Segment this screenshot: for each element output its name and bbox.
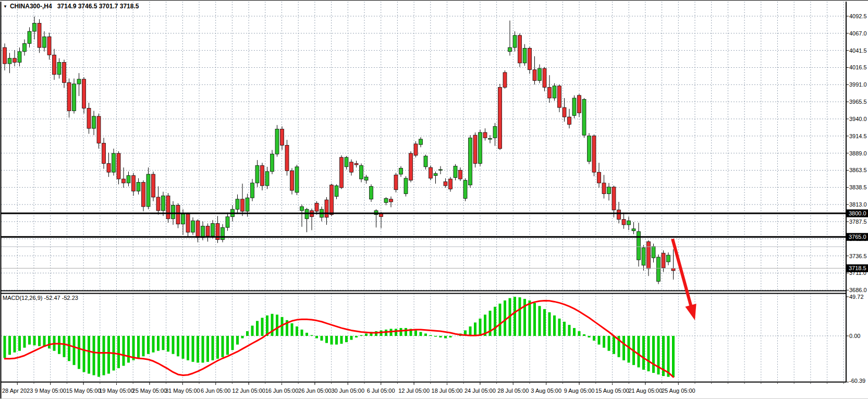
candle-bull xyxy=(463,180,467,199)
ohlc-values: 3714.9 3746.5 3701.7 3718.5 xyxy=(57,3,139,10)
candle-bull xyxy=(667,255,670,262)
candle-bull xyxy=(8,58,11,64)
candle-bull xyxy=(255,165,259,183)
candle-bull xyxy=(642,248,645,265)
candle-bear xyxy=(444,182,447,186)
candle-bear xyxy=(558,86,561,107)
candle-bull xyxy=(523,48,527,63)
time-axis-label: 16 Jun 05:00 xyxy=(265,388,299,394)
candle-bull xyxy=(607,187,611,194)
candle-bear xyxy=(394,175,398,189)
candle-bear xyxy=(196,221,200,237)
candle-bear xyxy=(647,241,651,269)
candle-bear xyxy=(47,37,51,55)
candle-bull xyxy=(146,174,150,207)
candle-bull xyxy=(275,129,279,154)
candle-bull xyxy=(271,154,274,172)
price-badge-label: 3800.0 xyxy=(849,210,866,216)
candle-bull xyxy=(335,186,338,197)
candle-bull xyxy=(419,139,423,144)
candle-bull xyxy=(360,165,363,179)
candle-bull xyxy=(572,98,576,116)
time-axis-label: 31 May 05:00 xyxy=(165,388,200,394)
candle-bull xyxy=(370,186,373,199)
candle-bear xyxy=(340,158,344,188)
candle-bull xyxy=(162,196,165,210)
price-tick-label: 3889.0 xyxy=(849,150,867,156)
chart-background xyxy=(0,1,868,399)
candle-bear xyxy=(662,253,665,268)
candle-bull xyxy=(582,100,586,135)
candle-bear xyxy=(97,116,101,143)
candle-bear xyxy=(122,179,126,183)
candle-bull xyxy=(627,221,631,225)
candle-bear xyxy=(3,47,7,64)
candle-bull xyxy=(632,229,635,231)
candle-bear xyxy=(186,214,190,232)
candle-bear xyxy=(107,163,111,172)
time-axis-label: 24 Jul 05:00 xyxy=(464,388,496,394)
candle-bear xyxy=(498,87,502,149)
candle-bull xyxy=(637,232,641,260)
time-axis-label: 21 Aug 05:00 xyxy=(628,388,662,394)
price-tick-label: 3736.5 xyxy=(849,253,867,259)
price-badge-label: 3765.0 xyxy=(849,234,866,240)
time-axis-label: 12 Jun 05:00 xyxy=(232,388,265,394)
price-tick-label: 4016.5 xyxy=(849,64,867,70)
chart-canvas[interactable]: 4092.54067.04041.54016.53991.03965.53940… xyxy=(0,1,868,399)
candle-bull xyxy=(300,207,304,211)
time-axis-label: 12 Jul 05:00 xyxy=(398,388,430,394)
candle-bear xyxy=(518,35,522,63)
candle-bull xyxy=(221,227,225,239)
candle-bear xyxy=(533,70,536,81)
candle-bear xyxy=(449,179,453,189)
time-axis-label: 9 May 05:00 xyxy=(34,388,66,394)
macd-indicator-label: MACD(12,26,9) -52.47 -52.23 xyxy=(3,295,78,301)
candle-bull xyxy=(251,183,254,198)
candle-bull xyxy=(657,257,661,282)
time-axis-label: 6 Jul 05:00 xyxy=(367,388,395,394)
price-tick-label: 3914.5 xyxy=(849,133,867,139)
candle-bull xyxy=(236,199,239,209)
candle-bear xyxy=(429,167,433,178)
macd-scale-label: 0.00 xyxy=(849,333,860,339)
candle-bear xyxy=(87,108,91,128)
candle-bear xyxy=(543,68,546,87)
candle-bear xyxy=(578,95,581,113)
price-tick-label: 3813.0 xyxy=(849,201,867,208)
candle-bear xyxy=(389,199,393,202)
candle-bull xyxy=(364,177,368,180)
candle-bull xyxy=(112,153,116,172)
candle-bear xyxy=(597,172,601,183)
time-axis-label: 30 Jun 05:00 xyxy=(331,388,364,394)
candle-bull xyxy=(28,31,31,43)
symbol-dropdown-icon[interactable]: ▼ xyxy=(3,4,7,9)
candle-bear xyxy=(330,185,334,215)
symbol-period-label: CHINA300-,H4 xyxy=(10,3,52,10)
candle-bear xyxy=(63,63,66,83)
chart-title: ▼CHINA300-,H43714.9 3746.5 3701.7 3718.5 xyxy=(3,3,139,10)
candle-bull xyxy=(92,116,96,128)
candle-bull xyxy=(295,167,299,192)
time-axis-label: 3 Aug 05:00 xyxy=(531,388,561,394)
candle-bear xyxy=(602,183,606,194)
candle-bear xyxy=(53,55,56,74)
candle-bear xyxy=(166,196,170,219)
candle-bear xyxy=(142,183,145,207)
candle-bull xyxy=(553,86,556,98)
candle-bull xyxy=(265,172,269,186)
candle-bear xyxy=(261,165,264,186)
candle-bear xyxy=(548,87,552,98)
candle-bear xyxy=(280,129,284,145)
candle-bull xyxy=(345,158,348,167)
price-tick-label: 4067.0 xyxy=(849,30,867,37)
candle-bull xyxy=(434,174,437,176)
candle-bull xyxy=(57,63,61,75)
candle-bull xyxy=(137,183,140,191)
price-tick-label: 4041.5 xyxy=(849,47,867,54)
candle-bear xyxy=(414,144,418,155)
candle-bull xyxy=(181,214,185,224)
candle-bull xyxy=(652,246,655,258)
candle-bull xyxy=(513,35,517,47)
candle-bear xyxy=(671,268,675,271)
